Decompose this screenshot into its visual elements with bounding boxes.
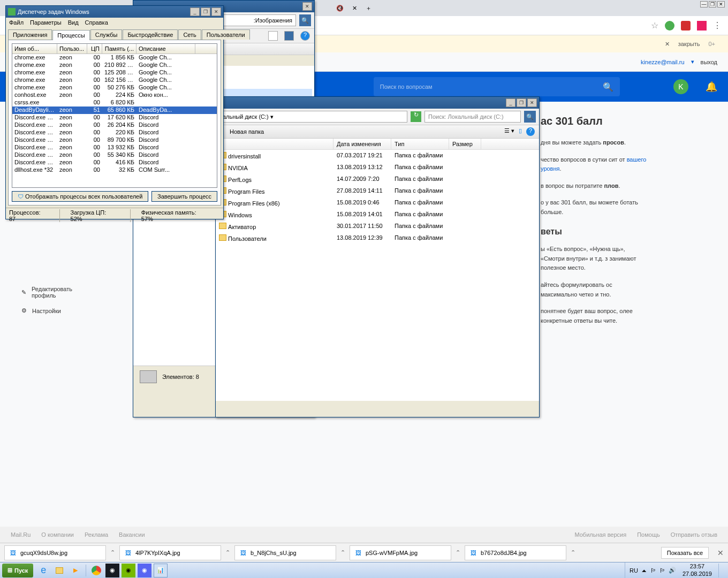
footer-about[interactable]: О компании bbox=[41, 531, 74, 538]
user-email-link[interactable]: kinezze@mail.ru bbox=[641, 59, 684, 65]
process-row[interactable]: chrome.exezeon00162 156 КБGoogle Ch... bbox=[12, 77, 217, 84]
chrome-maximize[interactable]: ❐ bbox=[709, 1, 716, 7]
ad-close-x[interactable]: ✕ bbox=[665, 41, 670, 48]
help-icon[interactable]: ? bbox=[526, 127, 535, 136]
download-item[interactable]: 🖼pSG-wVMFpMA.jpg bbox=[350, 545, 451, 560]
taskbar-ie[interactable]: e bbox=[36, 564, 50, 577]
taskbar-taskmgr[interactable]: 📊 bbox=[154, 564, 168, 577]
help-icon[interactable]: ? bbox=[300, 31, 310, 41]
process-row[interactable]: Discord.exe *32zeon0017 620 КБDiscord bbox=[12, 114, 217, 121]
taskbar-steam[interactable]: ◉ bbox=[105, 564, 119, 577]
download-chevron[interactable]: ⌃ bbox=[225, 549, 230, 556]
ext-icon-3[interactable] bbox=[697, 21, 707, 31]
taskmgr-max[interactable]: ❐ bbox=[201, 7, 210, 16]
explorer2-titlebar[interactable]: _ ❐ ✕ bbox=[216, 97, 539, 109]
download-chevron[interactable]: ⌃ bbox=[456, 549, 460, 556]
refresh-icon[interactable]: ↻ bbox=[411, 111, 421, 122]
tm-tab-3[interactable]: Быстродействие bbox=[123, 29, 178, 40]
close-download-bar[interactable]: ✕ bbox=[717, 549, 724, 557]
taskbar-chrome[interactable] bbox=[89, 564, 103, 577]
process-row[interactable]: chrome.exezeon00210 892 КБGoogle Ch... bbox=[12, 62, 217, 69]
tray-action-icon[interactable]: 🏳 bbox=[659, 567, 665, 574]
chrome-menu-icon[interactable]: ⋮ bbox=[713, 20, 722, 31]
tray-volume-icon[interactable]: 🔊 bbox=[669, 567, 676, 574]
process-row[interactable]: Discord.exe *32zeon0026 204 КБDiscord bbox=[12, 121, 217, 129]
new-tab-icon[interactable]: ＋ bbox=[366, 4, 371, 12]
tm-tab-2[interactable]: Службы bbox=[90, 29, 123, 40]
file-row[interactable]: Program Files27.08.2019 14:11Папка с фай… bbox=[216, 185, 539, 197]
chrome-close[interactable]: ✕ bbox=[717, 1, 725, 7]
explorer2-close[interactable]: ✕ bbox=[527, 98, 537, 107]
explorer-c-window[interactable]: _ ❐ ✕ альный диск (C:) ▾ ↻ Поиск: Локаль… bbox=[215, 96, 540, 417]
view-details-icon[interactable]: ☰ ▾ bbox=[504, 127, 514, 136]
file-row[interactable]: Windows15.08.2019 14:01Папка с файлами bbox=[216, 209, 539, 220]
tm-col-0[interactable]: Имя об... bbox=[12, 44, 57, 54]
download-item[interactable]: 🖼b_N8jChs_sU.jpg bbox=[234, 545, 336, 560]
tm-col-2[interactable]: ЦП bbox=[87, 44, 102, 54]
tm-menu-1[interactable]: Параметры bbox=[30, 19, 62, 26]
process-row[interactable]: Discord.exe *32zeon0055 340 КБDiscord bbox=[12, 151, 217, 159]
taskbar-discord[interactable]: ◉ bbox=[138, 564, 151, 577]
download-chevron[interactable]: ⌃ bbox=[571, 549, 575, 556]
view-icon[interactable] bbox=[268, 31, 278, 41]
explorer2-search[interactable]: Поиск: Локальный диск (C:) bbox=[424, 111, 521, 123]
file-row[interactable]: Пользователи13.08.2019 12:39Папка с файл… bbox=[216, 232, 539, 244]
footer-jobs[interactable]: Вакансии bbox=[119, 531, 145, 538]
tray-flag-icon[interactable]: 🏳 bbox=[650, 567, 656, 574]
file-row[interactable]: PerfLogs14.07.2009 7:20Папка с файлами bbox=[216, 173, 539, 185]
process-row[interactable]: dllhost.exe *32zeon0032 КБCOM Surr... bbox=[12, 166, 217, 174]
tray-lang[interactable]: RU bbox=[630, 567, 638, 574]
footer-feedback[interactable]: Отправить отзыв bbox=[671, 531, 717, 538]
sidebar-settings[interactable]: ⚙ Настройки bbox=[21, 303, 72, 318]
download-item[interactable]: 🖼b7672o8dJB4.jpg bbox=[465, 545, 566, 560]
tm-tab-1[interactable]: Процессы bbox=[52, 30, 89, 40]
tm-col-3[interactable]: Память (... bbox=[102, 44, 136, 54]
process-row[interactable]: Discord.exe *32zeon00220 КБDiscord bbox=[12, 129, 217, 136]
process-row[interactable]: Discord.exe *32zeon00416 КБDiscord bbox=[12, 159, 217, 166]
process-row[interactable]: chrome.exezeon001 856 КБGoogle Ch... bbox=[12, 54, 217, 62]
tray-chevron-icon[interactable]: ⏶ bbox=[641, 567, 647, 574]
taskbar-nvidia[interactable]: ◉ bbox=[122, 564, 135, 577]
footer-mailru[interactable]: Mail.Ru bbox=[11, 531, 31, 538]
explorer2-breadcrumb[interactable]: альный диск (C:) ▾ bbox=[219, 111, 407, 123]
sidebar-edit-profile[interactable]: ✎ Редактироватьпрофиль bbox=[21, 282, 72, 303]
taskbar-explorer[interactable] bbox=[52, 564, 66, 577]
footer-ads[interactable]: Реклама bbox=[85, 531, 108, 538]
process-row[interactable]: chrome.exezeon00125 208 КБGoogle Ch... bbox=[12, 69, 217, 77]
tm-menu-0[interactable]: Файл bbox=[9, 19, 24, 26]
tm-menu-3[interactable]: Справка bbox=[85, 19, 108, 26]
ext-icon-2[interactable] bbox=[681, 21, 691, 31]
mail-search[interactable]: Поиск по вопросам 🔍 bbox=[374, 77, 620, 96]
ad-close-label[interactable]: закрыть bbox=[678, 41, 700, 47]
footer-mobile[interactable]: Мобильная версия bbox=[574, 531, 626, 538]
new-folder-btn[interactable]: Новая папка bbox=[230, 128, 264, 135]
explorer2-search-btn[interactable]: 🔍 bbox=[524, 111, 536, 123]
ext-icon-1[interactable] bbox=[665, 21, 674, 31]
task-manager-window[interactable]: Диспетчер задач Windows _ ❐ ✕ ФайлПараме… bbox=[5, 5, 224, 219]
ex2-col-1[interactable]: Дата изменения bbox=[333, 139, 391, 149]
mute-icon[interactable]: 🔇 bbox=[336, 5, 344, 12]
process-row[interactable]: Discord.exe *32zeon0013 932 КБDiscord bbox=[12, 144, 217, 151]
process-row[interactable]: csrss.exe006 820 КБ bbox=[12, 99, 217, 107]
file-row[interactable]: driversinstall07.03.2017 19:21Папка с фа… bbox=[216, 150, 539, 162]
download-chevron[interactable]: ⌃ bbox=[340, 549, 345, 556]
explorer2-max[interactable]: ❐ bbox=[517, 98, 526, 107]
close-tab-icon[interactable]: ✕ bbox=[352, 5, 357, 12]
search-icon[interactable]: 🔍 bbox=[603, 82, 613, 92]
file-row[interactable]: Program Files (x86)15.08.2019 0:46Папка … bbox=[216, 197, 539, 209]
footer-help[interactable]: Помощь bbox=[637, 531, 660, 538]
ex2-col-0[interactable] bbox=[216, 139, 333, 149]
taskbar-wmp[interactable]: ▶ bbox=[69, 564, 82, 577]
file-row[interactable]: NVIDIA13.08.2019 13:12Папка с файлами bbox=[216, 162, 539, 173]
avatar[interactable]: K bbox=[673, 79, 688, 94]
bell-icon[interactable]: 🔔 bbox=[706, 81, 717, 93]
tm-col-4[interactable]: Описание bbox=[136, 44, 195, 54]
show-all-users-btn[interactable]: 🛡 Отображать процессы всех пользователей bbox=[12, 191, 148, 202]
explorer2-min[interactable]: _ bbox=[506, 98, 515, 107]
tm-menu-2[interactable]: Вид bbox=[68, 19, 79, 26]
taskmgr-min[interactable]: _ bbox=[190, 7, 200, 16]
explorer1-close[interactable]: ✕ bbox=[302, 2, 312, 11]
tm-tab-4[interactable]: Сеть bbox=[178, 29, 201, 40]
process-row[interactable]: conhost.exezeon00224 КБОкно кон... bbox=[12, 92, 217, 99]
taskmgr-titlebar[interactable]: Диспетчер задач Windows _ ❐ ✕ bbox=[6, 6, 223, 18]
